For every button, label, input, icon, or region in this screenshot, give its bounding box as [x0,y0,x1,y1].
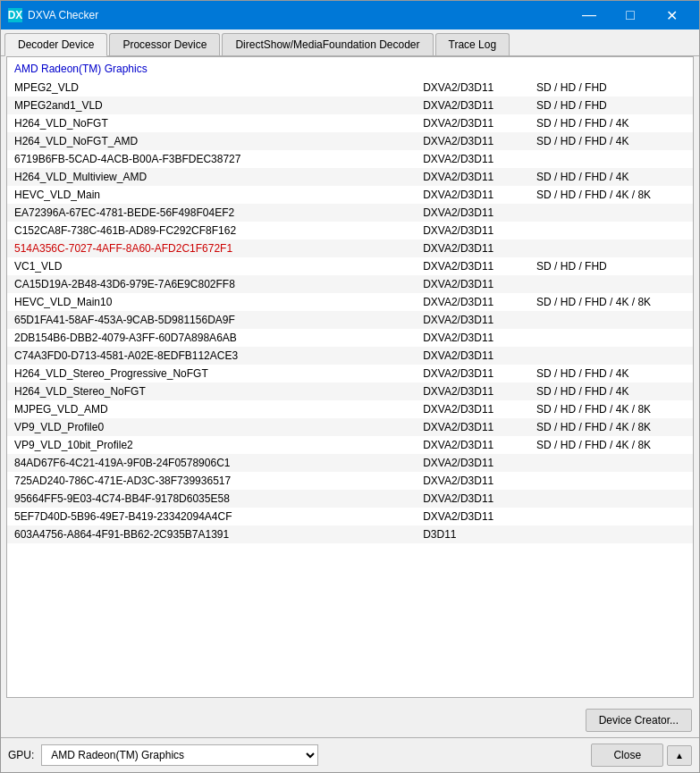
table-row: 2DB154B6-DBB2-4079-A3FF-60D7A898A6ABDXVA… [7,329,693,347]
decoder-api: DXVA2/D3D11 [416,454,529,472]
decoder-api: DXVA2/D3D11 [416,97,529,114]
decoder-resolution [529,525,693,543]
maximize-button[interactable]: □ [610,1,651,29]
decoder-api: DXVA2/D3D11 [416,239,529,257]
decoder-name: VC1_VLD [7,257,416,275]
table-row: VP9_VLD_10bit_Profile2DXVA2/D3D11SD / HD… [7,436,693,454]
decoder-table: MPEG2_VLDDXVA2/D3D11SD / HD / FHDMPEG2an… [7,79,693,543]
decoder-resolution [529,311,693,329]
decoder-name: C74A3FD0-D713-4581-A02E-8EDFB112ACE3 [7,347,416,365]
decoder-api: DXVA2/D3D11 [416,204,529,222]
decoder-name: 514A356C-7027-4AFF-8A60-AFD2C1F672F1 [7,239,416,257]
arrow-button[interactable]: ▲ [667,745,692,766]
table-row: VC1_VLDDXVA2/D3D11SD / HD / FHD [7,257,693,275]
table-row: C74A3FD0-D713-4581-A02E-8EDFB112ACE3DXVA… [7,347,693,365]
decoder-resolution [529,329,693,347]
decoder-resolution [529,454,693,472]
decoder-api: DXVA2/D3D11 [416,168,529,186]
window-title: DXVA Checker [28,9,569,21]
decoder-api: DXVA2/D3D11 [416,222,529,239]
decoder-api: DXVA2/D3D11 [416,132,529,150]
decoder-resolution: SD / HD / FHD / 4K [529,382,693,400]
decoder-resolution [529,222,693,239]
close-window-button[interactable]: ✕ [651,1,692,29]
decoder-name: 603A4756-A864-4F91-BB62-2C935B7A1391 [7,525,416,543]
decoder-resolution: SD / HD / FHD / 4K [529,168,693,186]
table-row: EA72396A-67EC-4781-BEDE-56F498F04EF2DXVA… [7,204,693,222]
table-row: H264_VLD_NoFGT_AMDDXVA2/D3D11SD / HD / F… [7,132,693,150]
table-row: 514A356C-7027-4AFF-8A60-AFD2C1F672F1DXVA… [7,239,693,257]
tab-decoder-device[interactable]: Decoder Device [4,33,107,56]
table-row: HEVC_VLD_Main10DXVA2/D3D11SD / HD / FHD … [7,293,693,311]
table-row: H264_VLD_NoFGTDXVA2/D3D11SD / HD / FHD /… [7,114,693,132]
tab-bar: Decoder Device Processor Device DirectSh… [1,29,699,56]
decoder-resolution: SD / HD / FHD / 4K / 8K [529,418,693,436]
decoder-table-scroll[interactable]: MPEG2_VLDDXVA2/D3D11SD / HD / FHDMPEG2an… [7,79,693,697]
table-row: MJPEG_VLD_AMDDXVA2/D3D11SD / HD / FHD / … [7,400,693,418]
decoder-name: MPEG2and1_VLD [7,97,416,114]
decoder-api: DXVA2/D3D11 [416,114,529,132]
decoder-name: H264_VLD_NoFGT [7,114,416,132]
decoder-name: H264_VLD_Stereo_NoFGT [7,382,416,400]
decoder-name: 6719B6FB-5CAD-4ACB-B00A-F3BFDEC38727 [7,150,416,168]
decoder-name: VP9_VLD_Profile0 [7,418,416,436]
decoder-resolution: SD / HD / FHD / 4K / 8K [529,293,693,311]
decoder-resolution [529,347,693,365]
bottom-bar: Device Creator... [1,703,699,737]
minimize-button[interactable]: — [569,1,610,29]
decoder-name: VP9_VLD_10bit_Profile2 [7,436,416,454]
decoder-api: DXVA2/D3D11 [416,472,529,490]
title-bar: DX DXVA Checker — □ ✕ [1,1,699,29]
decoder-name: EA72396A-67EC-4781-BEDE-56F498F04EF2 [7,204,416,222]
decoder-resolution [529,508,693,525]
decoder-resolution: SD / HD / FHD [529,79,693,97]
gpu-select[interactable]: AMD Radeon(TM) Graphics [41,744,318,766]
decoder-api: DXVA2/D3D11 [416,418,529,436]
device-creator-button[interactable]: Device Creator... [586,709,692,732]
decoder-api: D3D11 [416,525,529,543]
decoder-api: DXVA2/D3D11 [416,275,529,293]
table-row: VP9_VLD_Profile0DXVA2/D3D11SD / HD / FHD… [7,418,693,436]
decoder-resolution: SD / HD / FHD / 4K [529,132,693,150]
decoder-resolution [529,490,693,508]
table-row: H264_VLD_Multiview_AMDDXVA2/D3D11SD / HD… [7,168,693,186]
footer: GPU: AMD Radeon(TM) Graphics Close ▲ [1,737,699,772]
decoder-api: DXVA2/D3D11 [416,79,529,97]
decoder-resolution [529,275,693,293]
tab-processor-device[interactable]: Processor Device [109,33,220,55]
window-controls: — □ ✕ [569,1,692,29]
close-button[interactable]: Close [591,744,663,767]
section-header: AMD Radeon(TM) Graphics [7,57,693,79]
decoder-api: DXVA2/D3D11 [416,347,529,365]
decoder-api: DXVA2/D3D11 [416,382,529,400]
table-row: 65D1FA41-58AF-453A-9CAB-5D981156DA9FDXVA… [7,311,693,329]
decoder-name: MPEG2_VLD [7,79,416,97]
decoder-name: HEVC_VLD_Main10 [7,293,416,311]
table-row: 6719B6FB-5CAD-4ACB-B00A-F3BFDEC38727DXVA… [7,150,693,168]
decoder-resolution: SD / HD / FHD / 4K / 8K [529,400,693,418]
main-content: AMD Radeon(TM) Graphics MPEG2_VLDDXVA2/D… [6,56,694,698]
gpu-label: GPU: [8,749,34,761]
decoder-name: 725AD240-786C-471E-AD3C-38F739936517 [7,472,416,490]
decoder-name: 5EF7D40D-5B96-49E7-B419-23342094A4CF [7,508,416,525]
decoder-resolution [529,472,693,490]
decoder-resolution [529,150,693,168]
decoder-resolution [529,204,693,222]
table-row: H264_VLD_Stereo_NoFGTDXVA2/D3D11SD / HD … [7,382,693,400]
tab-directshow[interactable]: DirectShow/MediaFoundation Decoder [222,33,433,55]
table-row: 725AD240-786C-471E-AD3C-38F739936517DXVA… [7,472,693,490]
footer-right: Close ▲ [591,744,692,767]
decoder-api: DXVA2/D3D11 [416,150,529,168]
table-row: HEVC_VLD_MainDXVA2/D3D11SD / HD / FHD / … [7,186,693,204]
decoder-api: DXVA2/D3D11 [416,329,529,347]
table-row: C152CA8F-738C-461B-AD89-FC292CF8F162DXVA… [7,222,693,239]
decoder-name: H264_VLD_Stereo_Progressive_NoFGT [7,365,416,382]
table-row: 5EF7D40D-5B96-49E7-B419-23342094A4CFDXVA… [7,508,693,525]
decoder-api: DXVA2/D3D11 [416,293,529,311]
table-row: MPEG2_VLDDXVA2/D3D11SD / HD / FHD [7,79,693,97]
decoder-name: MJPEG_VLD_AMD [7,400,416,418]
decoder-resolution: SD / HD / FHD / 4K / 8K [529,436,693,454]
tab-trace-log[interactable]: Trace Log [435,33,510,55]
decoder-resolution: SD / HD / FHD / 4K [529,114,693,132]
table-row: 603A4756-A864-4F91-BB62-2C935B7A1391D3D1… [7,525,693,543]
